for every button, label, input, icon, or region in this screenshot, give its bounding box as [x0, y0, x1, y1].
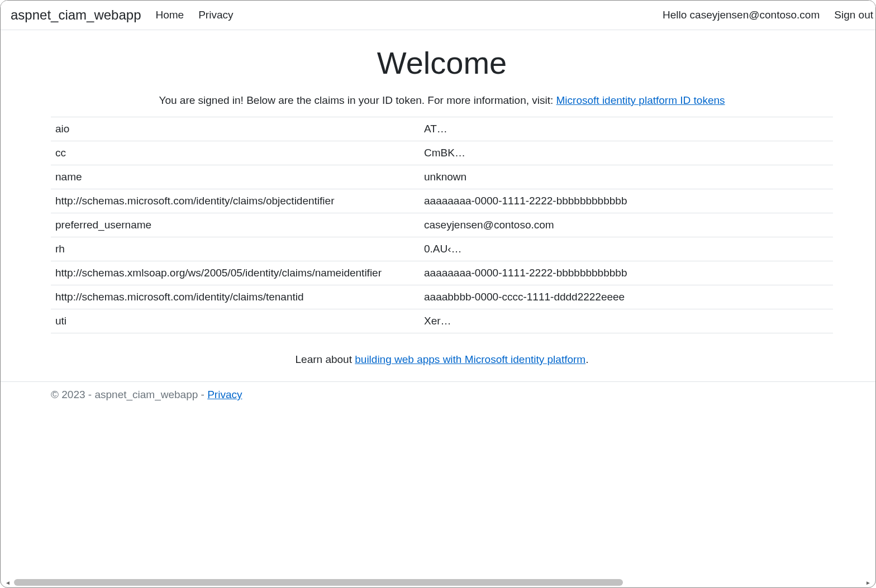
- id-tokens-docs-link[interactable]: Microsoft identity platform ID tokens: [556, 94, 725, 106]
- brand-link[interactable]: aspnet_ciam_webapp: [11, 7, 141, 23]
- main-content: Welcome You are signed in! Below are the…: [1, 30, 875, 381]
- table-row: name unknown: [51, 165, 833, 189]
- claim-key: uti: [51, 309, 420, 333]
- table-row: preferred_username caseyjensen@contoso.c…: [51, 213, 833, 237]
- claim-key: aio: [51, 117, 420, 141]
- table-row: http://schemas.microsoft.com/identity/cl…: [51, 189, 833, 213]
- claims-table-body: aio AT… cc CmBK… name unknown http://sch…: [51, 117, 833, 333]
- claim-value: CmBK…: [420, 141, 833, 165]
- table-row: http://schemas.microsoft.com/identity/cl…: [51, 285, 833, 309]
- claim-key: name: [51, 165, 420, 189]
- table-row: uti Xer…: [51, 309, 833, 333]
- nav-home-link[interactable]: Home: [156, 9, 184, 21]
- claim-value: caseyjensen@contoso.com: [420, 213, 833, 237]
- claim-value: 0.AU‹…: [420, 237, 833, 261]
- table-row: aio AT…: [51, 117, 833, 141]
- intro-text: You are signed in! Below are the claims …: [1, 94, 875, 107]
- user-greeting-link[interactable]: Hello caseyjensen@contoso.com: [663, 9, 820, 21]
- learn-suffix: .: [585, 353, 588, 365]
- scroll-right-arrow-icon[interactable]: ►: [864, 579, 872, 586]
- navbar-left: aspnet_ciam_webapp Home Privacy: [11, 7, 233, 23]
- sign-out-link[interactable]: Sign out: [834, 9, 873, 21]
- footer: © 2023 - aspnet_ciam_webapp - Privacy: [1, 381, 875, 408]
- claim-key: preferred_username: [51, 213, 420, 237]
- horizontal-scrollbar[interactable]: ◄ ►: [4, 579, 872, 586]
- scroll-left-arrow-icon[interactable]: ◄: [4, 579, 12, 586]
- learn-about-text: Learn about building web apps with Micro…: [1, 353, 875, 366]
- page-title: Welcome: [1, 45, 875, 81]
- horizontal-scrollbar-thumb[interactable]: [14, 579, 623, 586]
- nav-privacy-link[interactable]: Privacy: [198, 9, 233, 21]
- claim-value: aaaaaaaa-0000-1111-2222-bbbbbbbbbbbb: [420, 261, 833, 285]
- navbar-right: Hello caseyjensen@contoso.com Sign out: [663, 9, 873, 21]
- intro-prefix: You are signed in! Below are the claims …: [159, 94, 556, 106]
- claims-table: aio AT… cc CmBK… name unknown http://sch…: [51, 117, 833, 333]
- claim-key: http://schemas.microsoft.com/identity/cl…: [51, 285, 420, 309]
- claim-value: AT…: [420, 117, 833, 141]
- claim-value: aaaaaaaa-0000-1111-2222-bbbbbbbbbbbb: [420, 189, 833, 213]
- footer-privacy-link[interactable]: Privacy: [207, 389, 242, 400]
- table-row: http://schemas.xmlsoap.org/ws/2005/05/id…: [51, 261, 833, 285]
- claim-key: http://schemas.xmlsoap.org/ws/2005/05/id…: [51, 261, 420, 285]
- navbar: aspnet_ciam_webapp Home Privacy Hello ca…: [1, 1, 875, 30]
- footer-copyright: © 2023 - aspnet_ciam_webapp -: [51, 389, 207, 400]
- claim-value: unknown: [420, 165, 833, 189]
- table-row: cc CmBK…: [51, 141, 833, 165]
- claim-key: rh: [51, 237, 420, 261]
- claim-key: http://schemas.microsoft.com/identity/cl…: [51, 189, 420, 213]
- table-row: rh 0.AU‹…: [51, 237, 833, 261]
- claim-value: Xer…: [420, 309, 833, 333]
- build-webapps-docs-link[interactable]: building web apps with Microsoft identit…: [355, 353, 585, 365]
- learn-prefix: Learn about: [296, 353, 355, 365]
- claim-key: cc: [51, 141, 420, 165]
- claim-value: aaaabbbb-0000-cccc-1111-dddd2222eeee: [420, 285, 833, 309]
